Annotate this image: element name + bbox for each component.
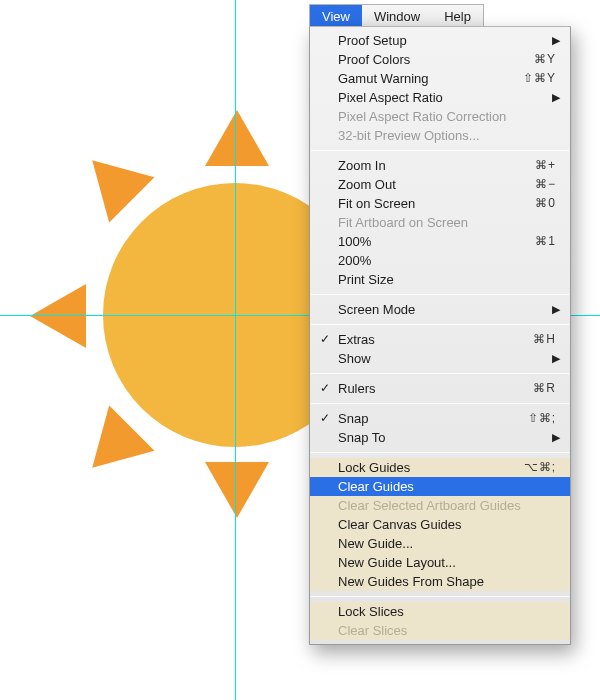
menu-item-print-size[interactable]: Print Size <box>310 270 570 289</box>
sun-ray-sw <box>70 406 155 491</box>
menu-separator <box>311 596 569 597</box>
menu-separator <box>311 324 569 325</box>
menu-separator <box>311 403 569 404</box>
menu-item-label: Clear Selected Artboard Guides <box>338 498 521 513</box>
menu-item-show[interactable]: Show▶ <box>310 349 570 368</box>
menu-item-lock-slices[interactable]: Lock Slices <box>310 602 570 621</box>
menu-item-label: Screen Mode <box>338 302 415 317</box>
menu-item-label: Snap <box>338 411 368 426</box>
menu-item-snap-to[interactable]: Snap To▶ <box>310 428 570 447</box>
shortcut-label: ⌘− <box>535 175 556 194</box>
submenu-arrow-icon: ▶ <box>552 300 560 319</box>
menu-item-label: Clear Canvas Guides <box>338 517 462 532</box>
sun-ray-s <box>205 462 269 518</box>
menu-item-proof-colors[interactable]: Proof Colors⌘Y <box>310 50 570 69</box>
menu-item-32-bit-preview-options: 32-bit Preview Options... <box>310 126 570 145</box>
menu-item-label: Rulers <box>338 381 376 396</box>
shortcut-label: ⌘H <box>533 330 556 349</box>
view-menu: Proof Setup▶Proof Colors⌘YGamut Warning⇧… <box>309 26 571 645</box>
menu-separator <box>311 294 569 295</box>
menu-item-label: Print Size <box>338 272 394 287</box>
menu-item-new-guide-layout[interactable]: New Guide Layout... <box>310 553 570 572</box>
menu-item-screen-mode[interactable]: Screen Mode▶ <box>310 300 570 319</box>
menu-item-label: New Guide Layout... <box>338 555 456 570</box>
shortcut-label: ⌘1 <box>535 232 556 251</box>
menu-item-clear-slices: Clear Slices <box>310 621 570 640</box>
menu-item-zoom-out[interactable]: Zoom Out⌘− <box>310 175 570 194</box>
menu-item-label: Proof Setup <box>338 33 407 48</box>
menu-item-pixel-aspect-ratio[interactable]: Pixel Aspect Ratio▶ <box>310 88 570 107</box>
menu-item-label: Proof Colors <box>338 52 410 67</box>
submenu-arrow-icon: ▶ <box>552 88 560 107</box>
menu-item-clear-canvas-guides[interactable]: Clear Canvas Guides <box>310 515 570 534</box>
menu-item-label: Lock Slices <box>338 604 404 619</box>
shortcut-label: ⌥⌘; <box>524 458 556 477</box>
shortcut-label: ⌘R <box>533 379 556 398</box>
menubar-view[interactable]: View <box>310 5 362 26</box>
menu-separator <box>311 452 569 453</box>
submenu-arrow-icon: ▶ <box>552 349 560 368</box>
menu-item-proof-setup[interactable]: Proof Setup▶ <box>310 31 570 50</box>
shortcut-label: ⌘Y <box>534 50 556 69</box>
menu-item-rulers[interactable]: ✓Rulers⌘R <box>310 379 570 398</box>
menu-item-extras[interactable]: ✓Extras⌘H <box>310 330 570 349</box>
menu-item-fit-artboard-on-screen: Fit Artboard on Screen <box>310 213 570 232</box>
menu-item-new-guides-from-shape[interactable]: New Guides From Shape <box>310 572 570 591</box>
menu-item-label: New Guide... <box>338 536 413 551</box>
check-icon: ✓ <box>320 379 330 398</box>
check-icon: ✓ <box>320 409 330 428</box>
submenu-arrow-icon: ▶ <box>552 428 560 447</box>
sun-ray-nw <box>70 138 155 223</box>
sun-ray-n <box>205 110 269 166</box>
menu-item-label: Fit on Screen <box>338 196 415 211</box>
menu-item-label: 100% <box>338 234 371 249</box>
menu-item-label: Lock Guides <box>338 460 410 475</box>
menu-item-new-guide[interactable]: New Guide... <box>310 534 570 553</box>
menu-item-label: Clear Slices <box>338 623 407 638</box>
shortcut-label: ⇧⌘Y <box>523 69 556 88</box>
sun-ray-w <box>30 284 86 348</box>
menu-item-label: 32-bit Preview Options... <box>338 128 480 143</box>
menu-item-label: 200% <box>338 253 371 268</box>
menubar-window[interactable]: Window <box>362 5 432 26</box>
menu-item-label: Pixel Aspect Ratio <box>338 90 443 105</box>
menu-item-lock-guides[interactable]: Lock Guides⌥⌘; <box>310 458 570 477</box>
menu-item-100[interactable]: 100%⌘1 <box>310 232 570 251</box>
menu-item-label: Snap To <box>338 430 385 445</box>
menu-item-gamut-warning[interactable]: Gamut Warning⇧⌘Y <box>310 69 570 88</box>
menu-item-snap[interactable]: ✓Snap⇧⌘; <box>310 409 570 428</box>
menu-item-label: Gamut Warning <box>338 71 429 86</box>
menubar-help[interactable]: Help <box>432 5 483 26</box>
menu-item-200[interactable]: 200% <box>310 251 570 270</box>
menu-item-label: Clear Guides <box>338 479 414 494</box>
menu-item-clear-guides[interactable]: Clear Guides <box>310 477 570 496</box>
check-icon: ✓ <box>320 330 330 349</box>
menubar: View Window Help <box>309 4 484 26</box>
submenu-arrow-icon: ▶ <box>552 31 560 50</box>
menu-item-label: Zoom In <box>338 158 386 173</box>
menu-item-clear-selected-artboard-guides: Clear Selected Artboard Guides <box>310 496 570 515</box>
menu-item-label: Pixel Aspect Ratio Correction <box>338 109 506 124</box>
menu-item-fit-on-screen[interactable]: Fit on Screen⌘0 <box>310 194 570 213</box>
shortcut-label: ⌘0 <box>535 194 556 213</box>
menu-item-label: Extras <box>338 332 375 347</box>
menu-item-label: Zoom Out <box>338 177 396 192</box>
menu-item-zoom-in[interactable]: Zoom In⌘+ <box>310 156 570 175</box>
shortcut-label: ⌘+ <box>535 156 556 175</box>
guide-vertical[interactable] <box>235 0 236 700</box>
menu-item-label: New Guides From Shape <box>338 574 484 589</box>
menu-item-label: Fit Artboard on Screen <box>338 215 468 230</box>
menu-item-label: Show <box>338 351 371 366</box>
shortcut-label: ⇧⌘; <box>528 409 556 428</box>
menu-separator <box>311 150 569 151</box>
menu-item-pixel-aspect-ratio-correction: Pixel Aspect Ratio Correction <box>310 107 570 126</box>
menu-separator <box>311 373 569 374</box>
